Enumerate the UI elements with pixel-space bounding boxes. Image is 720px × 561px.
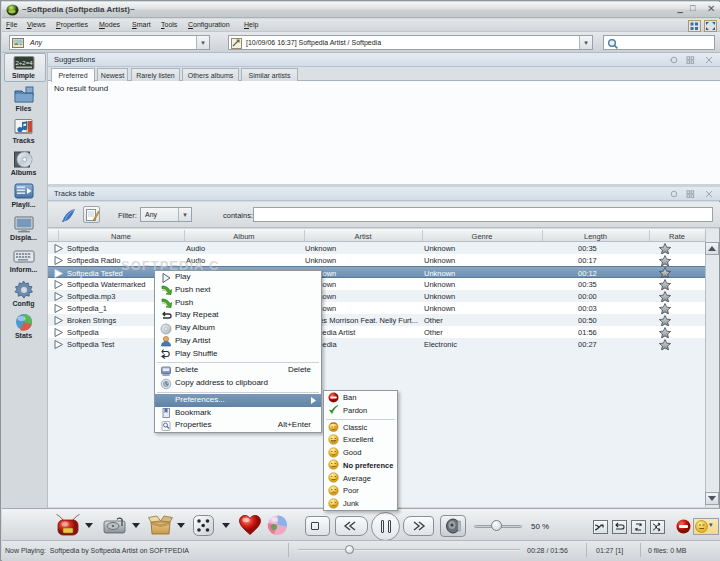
svg-text:2+2=4: 2+2=4 bbox=[15, 60, 33, 66]
